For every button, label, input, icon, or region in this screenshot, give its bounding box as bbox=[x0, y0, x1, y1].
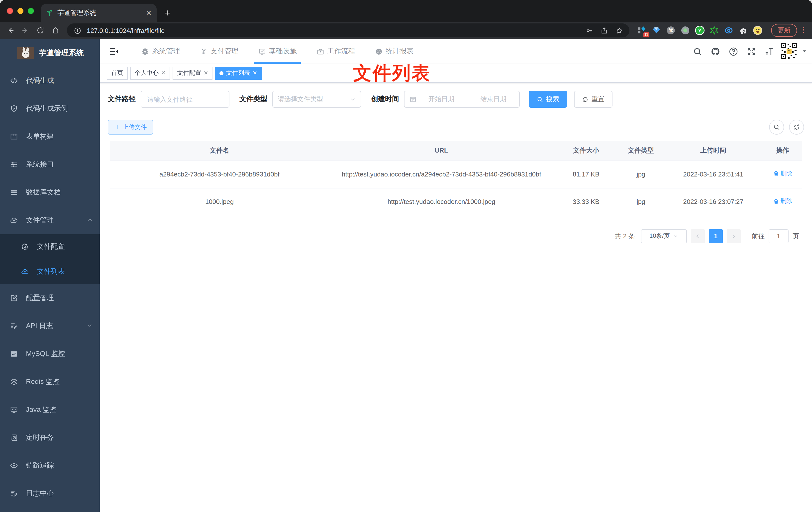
delete-button[interactable]: 删除 bbox=[773, 169, 792, 179]
goto-page-input[interactable] bbox=[768, 229, 788, 243]
sidebar-item-code-generation[interactable]: 代码生成 bbox=[0, 67, 100, 95]
close-icon[interactable]: ✕ bbox=[253, 70, 257, 76]
browser-update-button[interactable]: 更新 bbox=[771, 24, 797, 37]
sidebar-item-label: Java 监控 bbox=[26, 405, 57, 414]
extension-star-icon[interactable] bbox=[709, 25, 720, 36]
cell-type: jpg bbox=[618, 192, 663, 212]
tag-file-config[interactable]: 文件配置 ✕ bbox=[173, 66, 212, 80]
page-size-select[interactable]: 10条/页 bbox=[641, 229, 687, 243]
sidebar-item-code-example[interactable]: 代码生成示例 bbox=[0, 95, 100, 123]
sidebar-item-form-builder[interactable]: 表单构建 bbox=[0, 123, 100, 151]
end-date-placeholder[interactable]: 结束日期 bbox=[472, 95, 514, 104]
sidebar-item-file-management[interactable]: 文件管理 bbox=[0, 206, 100, 234]
prev-page-button[interactable] bbox=[691, 229, 705, 243]
refresh-table-button[interactable] bbox=[789, 120, 804, 134]
password-key-icon[interactable] bbox=[584, 25, 594, 36]
nav-system-management[interactable]: 系统管理 bbox=[138, 39, 184, 64]
cell-filename: 1000.jpeg bbox=[110, 192, 329, 212]
url-text[interactable]: 127.0.0.1:1024/infra/file/file bbox=[87, 27, 580, 34]
sliders-icon bbox=[10, 160, 18, 169]
sidebar-item-label: Redis 监控 bbox=[26, 378, 60, 386]
tag-file-list[interactable]: 文件列表 ✕ bbox=[215, 66, 262, 80]
browser-tab[interactable]: 芋道管理系统 ✕ bbox=[41, 4, 156, 22]
monitor-bars-icon bbox=[10, 406, 18, 414]
minimize-window-button[interactable] bbox=[18, 8, 24, 14]
form-grid-icon bbox=[10, 132, 18, 141]
help-icon[interactable] bbox=[726, 44, 741, 59]
profile-emoji-icon[interactable] bbox=[752, 25, 763, 36]
reset-button[interactable]: 重置 bbox=[574, 91, 612, 108]
zoom-window-button[interactable] bbox=[28, 8, 34, 14]
file-path-input[interactable] bbox=[141, 91, 229, 108]
home-button[interactable] bbox=[49, 24, 62, 37]
sidebar-item-file-config[interactable]: 文件配置 bbox=[0, 234, 100, 259]
extension-gem-icon[interactable] bbox=[651, 25, 662, 36]
github-icon[interactable] bbox=[708, 44, 723, 59]
dashboard-icon bbox=[375, 48, 382, 55]
close-window-button[interactable] bbox=[7, 8, 13, 14]
caret-down-icon[interactable] bbox=[802, 47, 807, 56]
cell-size: 81.17 KB bbox=[554, 164, 618, 185]
date-range-picker[interactable]: 开始日期 - 结束日期 bbox=[404, 91, 520, 108]
sidebar-item-label: 文件配置 bbox=[37, 242, 65, 251]
extensions-puzzle-icon[interactable] bbox=[738, 25, 749, 36]
extension-y-icon[interactable]: Y bbox=[694, 25, 705, 36]
toggle-search-button[interactable] bbox=[769, 120, 784, 134]
avatar[interactable] bbox=[780, 42, 799, 61]
nav-workflow[interactable]: 工作流程 bbox=[313, 39, 359, 64]
next-page-button[interactable] bbox=[727, 229, 741, 243]
extension-grid-icon[interactable]: 11 bbox=[636, 25, 647, 36]
sidebar-item-db-doc[interactable]: 数据库文档 bbox=[0, 179, 100, 206]
file-table: 文件名 URL 文件大小 文件类型 上传时间 操作 a294ecb2-73dd-… bbox=[110, 141, 802, 216]
page-number-button[interactable]: 1 bbox=[709, 229, 723, 243]
share-icon[interactable] bbox=[599, 25, 609, 36]
sidebar-item-config-management[interactable]: 配置管理 bbox=[0, 284, 100, 312]
close-icon[interactable]: ✕ bbox=[161, 70, 166, 76]
cell-url: http://test.yudao.iocoder.cn/1000.jpeg bbox=[329, 197, 554, 207]
sidebar-item-trace[interactable]: 链路追踪 bbox=[0, 452, 100, 480]
app-title: 芋道管理系统 bbox=[39, 48, 84, 58]
page-size-label: 10条/页 bbox=[649, 232, 670, 240]
nav-infrastructure[interactable]: 基础设施 bbox=[254, 39, 301, 64]
calendar-icon bbox=[409, 96, 416, 103]
sidebar-item-redis-monitor[interactable]: Redis 监控 bbox=[0, 368, 100, 396]
reload-button[interactable] bbox=[34, 24, 47, 37]
back-button[interactable] bbox=[4, 24, 17, 37]
new-tab-button[interactable]: + bbox=[165, 4, 170, 22]
upload-file-button[interactable]: 上传文件 bbox=[108, 120, 153, 134]
nav-statistics[interactable]: 统计报表 bbox=[371, 39, 417, 64]
delete-button[interactable]: 删除 bbox=[773, 197, 792, 206]
browser-menu-icon[interactable] bbox=[799, 26, 808, 35]
font-size-icon[interactable] bbox=[762, 44, 777, 59]
close-icon[interactable]: ✕ bbox=[203, 70, 208, 76]
address-bar[interactable]: 127.0.0.1:1024/infra/file/file bbox=[67, 24, 630, 37]
column-header-time: 上传时间 bbox=[663, 141, 763, 160]
sidebar-item-scheduled-tasks[interactable]: 定时任务 bbox=[0, 424, 100, 452]
file-type-select[interactable]: 请选择文件类型 bbox=[272, 91, 361, 108]
tab-close-icon[interactable]: ✕ bbox=[146, 9, 152, 17]
forward-button[interactable] bbox=[19, 24, 32, 37]
sidebar-item-api-log[interactable]: API 日志 bbox=[0, 312, 100, 340]
cell-time: 2022-03-16 23:07:27 bbox=[663, 192, 763, 212]
sidebar-item-mysql-monitor[interactable]: MySQL 监控 bbox=[0, 340, 100, 368]
extension-eye-icon[interactable] bbox=[723, 25, 734, 36]
bookmark-star-icon[interactable] bbox=[613, 25, 625, 36]
sidebar-collapse-icon[interactable] bbox=[107, 44, 121, 58]
search-icon[interactable] bbox=[690, 44, 705, 59]
tag-home[interactable]: 首页 bbox=[107, 66, 128, 80]
tag-profile[interactable]: 个人中心 ✕ bbox=[130, 66, 170, 80]
nav-payment-management[interactable]: 支付管理 bbox=[196, 39, 242, 64]
fullscreen-icon[interactable] bbox=[744, 44, 759, 59]
sidebar-item-file-list[interactable]: 文件列表 bbox=[0, 259, 100, 284]
start-date-placeholder[interactable]: 开始日期 bbox=[420, 95, 462, 104]
extension-command-icon[interactable]: ⌘ bbox=[665, 25, 676, 36]
site-info-icon[interactable] bbox=[72, 25, 83, 36]
sidebar-item-java-monitor[interactable]: Java 监控 bbox=[0, 396, 100, 424]
extension-gray-dot-icon[interactable] bbox=[680, 25, 691, 36]
sidebar-logo[interactable]: 芋道管理系统 bbox=[0, 39, 100, 67]
pagination-total: 共 2 条 bbox=[615, 232, 635, 241]
sidebar-item-system-api[interactable]: 系统接口 bbox=[0, 151, 100, 179]
sidebar-item-log-center[interactable]: 日志中心 bbox=[0, 480, 100, 508]
search-button[interactable]: 搜索 bbox=[529, 91, 567, 108]
nav-label: 工作流程 bbox=[327, 47, 355, 56]
